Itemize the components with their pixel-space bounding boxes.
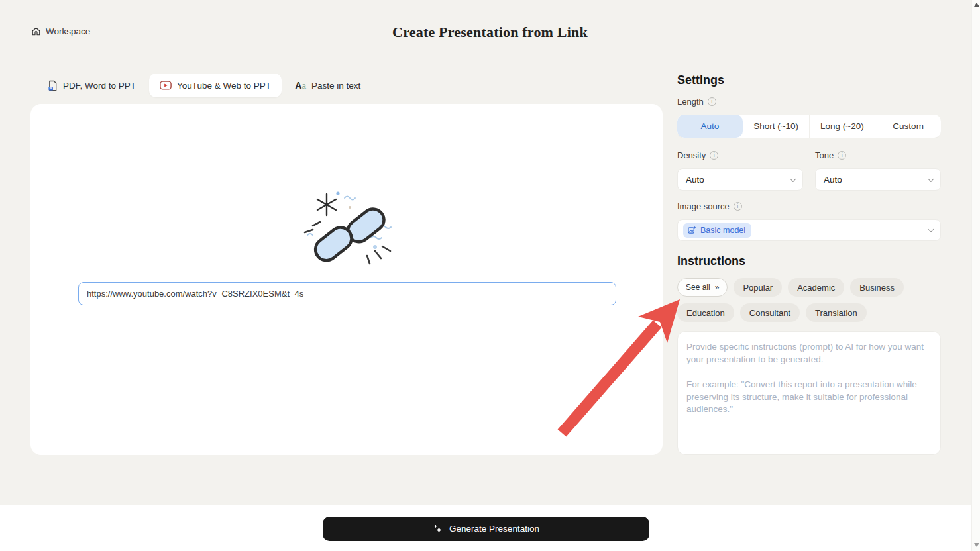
svg-text:W: W [49, 87, 52, 90]
info-icon[interactable]: i [710, 151, 718, 160]
length-option-long-20[interactable]: Long (~20) [809, 115, 875, 138]
tag-business[interactable]: Business [850, 278, 904, 297]
density-select[interactable]: Auto [677, 168, 803, 191]
length-option-auto[interactable]: Auto [677, 115, 743, 138]
tab-label: PDF, Word to PPT [63, 81, 136, 91]
tab-label: YouTube & Web to PPT [177, 81, 271, 91]
instructions-textarea[interactable] [677, 331, 941, 455]
scrollbar[interactable] [971, 0, 980, 551]
sparkle-icon [433, 524, 443, 534]
basic-model-pill: Basic model [683, 223, 751, 238]
image-source-label-row: Image source i [677, 201, 742, 211]
tag-academic[interactable]: Academic [788, 278, 844, 297]
chain-link-illustration [297, 187, 409, 270]
tag-popular[interactable]: Popular [734, 278, 782, 297]
see-all-label: See all [686, 283, 710, 292]
instructions-heading: Instructions [677, 254, 745, 268]
info-icon[interactable]: i [708, 97, 716, 106]
tone-value: Auto [824, 175, 842, 185]
tab-label: Paste in text [311, 81, 360, 91]
scrollbar-down-arrow[interactable] [974, 543, 979, 547]
density-label: Density [677, 150, 706, 160]
length-segmented-control: AutoShort (~10)Long (~20)Custom [677, 115, 941, 138]
tag-consultant[interactable]: Consultant [740, 303, 800, 322]
basic-model-label: Basic model [700, 226, 745, 235]
scrollbar-up-arrow[interactable] [974, 3, 979, 7]
footer-bar: Generate Presentation [0, 505, 980, 551]
page-title: Create Presentation from Link [0, 24, 980, 41]
image-source-select[interactable]: Basic model [677, 219, 941, 241]
double-chevron-right-icon: » [715, 283, 720, 292]
tab-paste-in-text[interactable]: Aa Paste in text [284, 74, 371, 97]
length-option-custom[interactable]: Custom [875, 115, 941, 138]
link-url-input[interactable] [78, 282, 616, 305]
info-icon[interactable]: i [838, 151, 846, 160]
chevron-down-icon [928, 175, 934, 182]
word-document-icon: W [48, 80, 58, 91]
length-label-row: Length i [677, 97, 716, 107]
instruction-tags: See all » PopularAcademicBusinessEducati… [677, 278, 941, 322]
image-source-label: Image source [677, 201, 730, 211]
info-icon[interactable]: i [734, 202, 742, 211]
chevron-down-icon [928, 226, 934, 232]
density-label-row: Density i [677, 150, 718, 160]
tone-select[interactable]: Auto [815, 168, 941, 191]
tab-youtube-web-to-ppt[interactable]: YouTube & Web to PPT [149, 74, 282, 97]
length-label: Length [677, 97, 704, 107]
tone-label: Tone [815, 150, 834, 160]
density-value: Auto [686, 175, 704, 185]
length-option-short-10[interactable]: Short (~10) [743, 115, 809, 138]
link-input-card [30, 104, 663, 455]
generate-presentation-button[interactable]: Generate Presentation [323, 517, 649, 541]
tab-bar: W PDF, Word to PPT YouTube & Web to PPT … [37, 74, 371, 97]
see-all-button[interactable]: See all » [677, 278, 728, 297]
text-aa-icon: Aa [295, 81, 306, 90]
image-model-icon [688, 226, 696, 234]
chevron-down-icon [790, 175, 796, 182]
tag-translation[interactable]: Translation [806, 303, 867, 322]
tone-label-row: Tone i [815, 150, 846, 160]
tag-education[interactable]: Education [677, 303, 734, 322]
youtube-icon [160, 81, 172, 90]
settings-heading: Settings [677, 74, 724, 87]
generate-presentation-label: Generate Presentation [449, 524, 539, 534]
create-presentation-page: Workspace Create Presentation from Link … [0, 0, 980, 551]
tab-pdf-word-to-ppt[interactable]: W PDF, Word to PPT [37, 74, 146, 97]
